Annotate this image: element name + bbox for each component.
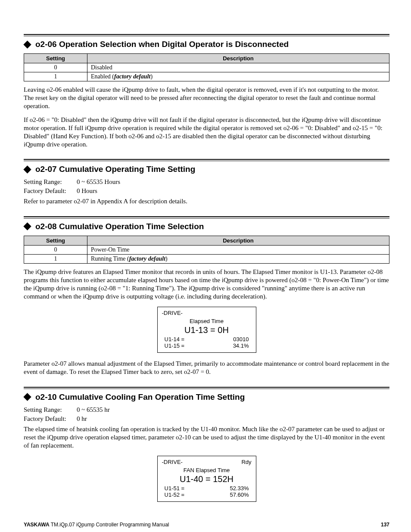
table-row: 0 Disabled	[24, 63, 389, 72]
diamond-icon	[23, 165, 31, 173]
cell-setting: 0	[24, 63, 87, 72]
paragraph: The iQpump drive features an Elapsed Tim…	[24, 268, 389, 301]
heading-text: o2-07 Cumulative Operating Time Setting	[35, 165, 195, 174]
diamond-icon	[23, 222, 31, 230]
display-row: U1-14 = 03010	[162, 336, 252, 342]
rule-thin	[24, 389, 389, 389]
section-heading-o2-07: o2-07 Cumulative Operating Time Setting	[24, 165, 389, 174]
lcd-display-elapsed-time: -DRIVE- Elapsed Time U1-13 = 0H U1-14 = …	[157, 307, 256, 353]
value: 0 ~ 65535 hr	[77, 406, 110, 414]
value: 0 ~ 65535 Hours	[77, 178, 120, 186]
cell-desc: Power-On Time	[87, 245, 389, 254]
display-row: U1-51 = 52.33%	[162, 485, 252, 492]
setting-range: Setting Range: 0 ~ 65535 Hours	[24, 178, 389, 186]
diamond-icon	[23, 393, 31, 401]
table-row: 1 Enabled (factory default)	[24, 72, 389, 81]
page-number: 137	[381, 522, 389, 528]
table-row: 1 Running Time (factory default)	[24, 254, 389, 263]
heading-text: o2-06 Operation Selection when Digital O…	[35, 40, 289, 49]
display-top: -DRIVE- Rdy	[162, 459, 252, 465]
lcd-display-fan-elapsed-time: -DRIVE- Rdy FAN Elapsed Time U1-40 = 152…	[157, 456, 256, 502]
paragraph: The elapsed time of heatsink cooling fan…	[24, 425, 389, 450]
display-main: U1-13 = 0H	[162, 325, 252, 335]
factory-default: Factory Default: 0 Hours	[24, 187, 389, 195]
diamond-icon	[23, 40, 31, 48]
th-setting: Setting	[24, 54, 87, 63]
row-value: 34.1%	[233, 342, 249, 349]
th-description: Description	[87, 236, 389, 245]
cell-desc: Running Time (factory default)	[87, 254, 389, 263]
text: Enabled (	[91, 73, 114, 80]
table-o2-08: Setting Description 0 Power-On Time 1 Ru…	[24, 236, 389, 264]
display-title: FAN Elapsed Time	[162, 467, 252, 473]
cell-setting: 1	[24, 254, 87, 263]
display-mode: -DRIVE-	[162, 459, 183, 465]
cell-setting: 0	[24, 245, 87, 254]
value: 0 Hours	[77, 187, 97, 195]
table-row: 0 Power-On Time	[24, 245, 389, 254]
cell-setting: 1	[24, 72, 87, 81]
rule	[24, 216, 389, 217]
text: )	[150, 73, 153, 80]
text: Running Time (	[91, 255, 129, 262]
label: Setting Range:	[24, 178, 73, 186]
heading-text: o2-10 Cumulative Cooling Fan Operation T…	[35, 392, 245, 402]
display-title: Elapsed Time	[162, 318, 252, 324]
rule	[24, 159, 389, 160]
cell-desc: Enabled (factory default)	[87, 72, 389, 81]
label: Factory Default:	[24, 187, 73, 195]
paragraph: Parameter o2-07 allows manual adjustment…	[24, 360, 389, 376]
label: Factory Default:	[24, 415, 73, 423]
section-heading-o2-06: o2-06 Operation Selection when Digital O…	[24, 40, 389, 49]
table-o2-06: Setting Description 0 Disabled 1 Enabled…	[24, 53, 389, 81]
row-label: U1-14 =	[165, 336, 185, 342]
row-value: 52.33%	[230, 485, 249, 492]
label: Setting Range:	[24, 406, 73, 414]
rule-thin	[24, 161, 389, 161]
display-mode: -DRIVE-	[162, 310, 183, 316]
display-status: Rdy	[241, 459, 251, 465]
rule-thin	[24, 218, 389, 218]
display-row: U1-15 = 34.1%	[162, 342, 252, 349]
display-main: U1-40 = 152H	[162, 474, 252, 484]
page-footer: YASKAWA TM.iQp.07 iQpump Controller Prog…	[24, 522, 389, 528]
rule	[24, 387, 389, 388]
factory-default: factory default	[129, 255, 165, 262]
factory-default: factory default	[114, 73, 150, 80]
row-value: 57.60%	[230, 492, 249, 498]
row-label: U1-15 =	[165, 342, 185, 349]
section-heading-o2-10: o2-10 Cumulative Cooling Fan Operation T…	[24, 392, 389, 402]
paragraph: If o2-06 = "0: Disabled" then the iQpump…	[24, 116, 389, 149]
cell-desc: Disabled	[87, 63, 389, 72]
footer-left: YASKAWA TM.iQp.07 iQpump Controller Prog…	[24, 522, 169, 528]
row-value: 03010	[233, 336, 249, 342]
display-row: U1-52 = 57.60%	[162, 492, 252, 498]
footer-doc-title: TM.iQp.07 iQpump Controller Programming …	[50, 522, 169, 528]
row-label: U1-51 =	[165, 485, 185, 492]
row-label: U1-52 =	[165, 492, 185, 498]
rule	[24, 34, 389, 35]
footer-brand: YASKAWA	[24, 522, 50, 528]
factory-default: Factory Default: 0 hr	[24, 415, 389, 423]
text: )	[165, 255, 168, 262]
display-top: -DRIVE-	[162, 310, 252, 316]
th-setting: Setting	[24, 236, 87, 245]
table-header: Setting Description	[24, 236, 389, 245]
heading-text: o2-08 Cumulative Operation Time Selectio…	[35, 222, 204, 231]
value: 0 hr	[77, 415, 87, 423]
section-heading-o2-08: o2-08 Cumulative Operation Time Selectio…	[24, 222, 389, 231]
paragraph: Leaving o2-06 enabled will cause the iQp…	[24, 86, 389, 111]
paragraph: Refer to parameter o2-07 in Appendix A f…	[24, 197, 389, 205]
setting-range: Setting Range: 0 ~ 65535 hr	[24, 406, 389, 414]
rule-thin	[24, 36, 389, 36]
th-description: Description	[87, 54, 389, 63]
table-header: Setting Description	[24, 54, 389, 63]
